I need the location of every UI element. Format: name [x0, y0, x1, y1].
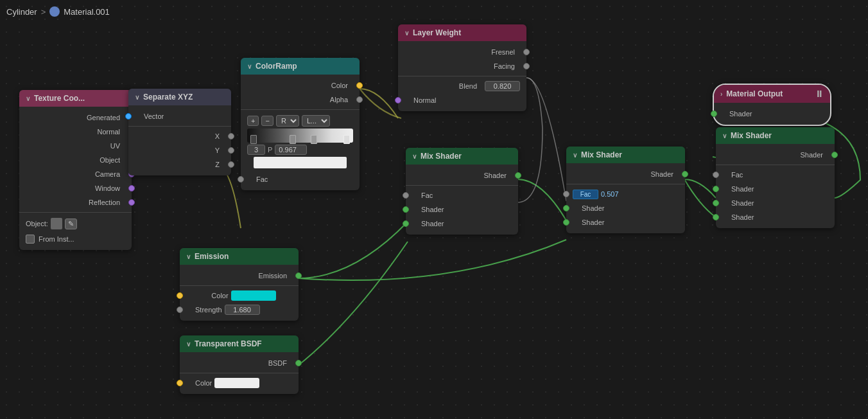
ramp-interpolation-select[interactable]: R	[276, 115, 299, 127]
ramp-color-preview[interactable]	[254, 157, 347, 168]
ms3-fac-socket[interactable]	[713, 172, 719, 178]
collapse-icon[interactable]: ∨	[404, 30, 409, 37]
emission-strength-row: Strength	[180, 303, 299, 317]
ms1-fac-label: Fac	[412, 192, 512, 199]
mixshader2-header[interactable]: ∨ Mix Shader	[566, 147, 685, 163]
bsdf-out-socket[interactable]	[295, 360, 302, 366]
breadcrumb-object[interactable]: Cylinder	[6, 7, 37, 17]
ms3-shader2-socket[interactable]	[713, 200, 719, 206]
color-swatch[interactable]	[231, 290, 276, 301]
ramp-stop-mid1[interactable]	[290, 135, 296, 144]
emission-out-socket[interactable]	[295, 272, 302, 279]
facing-socket[interactable]	[523, 63, 530, 69]
ramp-gradient-bar[interactable]	[247, 129, 353, 143]
y-socket[interactable]	[228, 147, 234, 154]
ramp-stop-right[interactable]	[343, 135, 350, 144]
texcoord-header[interactable]: ∨ Texture Coo...	[19, 90, 132, 107]
bsdf-out-label: BSDF	[186, 359, 292, 367]
colorramp-header[interactable]: ∨ ColorRamp	[241, 58, 360, 75]
mixshader3-title: Mix Shader	[731, 131, 772, 140]
from-inst-row: From Inst...	[19, 232, 132, 246]
ms2-shader2-socket[interactable]	[563, 219, 569, 226]
collapse-icon[interactable]: ∨	[186, 253, 191, 260]
color-in-socket[interactable]	[177, 292, 183, 299]
ms2-fac-field[interactable]	[573, 190, 598, 199]
emission-header[interactable]: ∨ Emission	[180, 248, 299, 265]
ms3-shader3-socket[interactable]	[713, 214, 719, 220]
ms3-fac-row: Fac	[716, 168, 835, 182]
matoutput-title-area: › Material Output	[720, 89, 783, 98]
strength-value[interactable]	[225, 305, 260, 315]
ms2-shader2-label: Shader	[573, 218, 679, 226]
pause-icon[interactable]: ⏸	[815, 89, 824, 99]
matoutput-header[interactable]: › Material Output ⏸	[714, 85, 830, 103]
ms1-fac-socket[interactable]	[403, 192, 409, 199]
from-inst-checkbox[interactable]	[26, 235, 35, 244]
ms2-fac-socket[interactable]	[563, 191, 569, 197]
strength-in-socket[interactable]	[177, 307, 183, 313]
ramp-pos-label: P	[268, 146, 272, 154]
normal-in-socket[interactable]	[395, 97, 401, 103]
collapse-icon[interactable]: ∨	[26, 95, 30, 102]
fac-in-socket[interactable]	[238, 176, 244, 183]
sepxyz-y-row: Y	[128, 143, 231, 157]
collapse-icon[interactable]: ∨	[722, 132, 727, 139]
mixshader3-header[interactable]: ∨ Mix Shader	[716, 127, 835, 144]
x-socket[interactable]	[228, 133, 234, 139]
ms3-shader1-row: Shader	[716, 182, 835, 196]
sepxyz-header[interactable]: ∨ Separate XYZ	[128, 89, 231, 105]
ramp-stop-mid2[interactable]	[311, 135, 317, 144]
ms1-shader1-socket[interactable]	[403, 206, 409, 213]
fresnel-socket[interactable]	[523, 49, 530, 55]
mixshader1-header[interactable]: ∨ Mix Shader	[406, 148, 518, 165]
ms2-shader-out-socket[interactable]	[682, 171, 688, 177]
collapse-icon[interactable]: ∨	[135, 94, 139, 101]
collapse-icon[interactable]: ∨	[247, 63, 252, 70]
collapse-icon[interactable]: ›	[720, 91, 722, 98]
color-out-socket[interactable]	[356, 82, 363, 89]
ramp-index[interactable]: 3	[247, 145, 265, 155]
x-label: X	[135, 132, 225, 140]
ms3-shader-out-socket[interactable]	[831, 152, 838, 158]
ms3-shader1-socket[interactable]	[713, 186, 719, 192]
ramp-mode-select[interactable]: L...	[302, 115, 330, 127]
bsdf-color-swatch[interactable]	[214, 378, 259, 388]
alpha-out-socket[interactable]	[356, 96, 363, 103]
divider	[398, 76, 526, 76]
ms1-shader2-label: Shader	[412, 220, 512, 227]
ramp-add-btn[interactable]: +	[247, 116, 259, 126]
z-socket[interactable]	[228, 161, 234, 168]
breadcrumb-material[interactable]: Material.001	[64, 7, 110, 17]
y-label: Y	[135, 147, 225, 154]
window-socket[interactable]	[128, 185, 135, 192]
collapse-icon[interactable]: ∨	[573, 152, 577, 159]
ramp-remove-btn[interactable]: −	[261, 116, 273, 126]
ms1-shader-out-socket[interactable]	[515, 172, 521, 179]
ms1-shader2-socket[interactable]	[403, 220, 409, 227]
collapse-icon[interactable]: ∨	[186, 341, 191, 348]
ramp-pos-row: 3 P 0.967	[247, 145, 353, 155]
texcoord-generated-row: Generated	[19, 111, 132, 125]
colorramp-title: ColorRamp	[256, 62, 297, 71]
ms3-shader1-label: Shader	[722, 185, 828, 193]
bsdf-color-in-socket[interactable]	[177, 380, 183, 386]
ramp-stop-left[interactable]	[250, 135, 257, 144]
vector-input-socket[interactable]	[125, 113, 132, 120]
layerweight-header[interactable]: ∨ Layer Weight	[398, 24, 526, 41]
bsdf-color-label: Color	[195, 379, 212, 387]
eyedropper-button[interactable]: ✎	[65, 218, 77, 229]
ms2-shader1-socket[interactable]	[563, 205, 569, 211]
object-swatch[interactable]	[51, 218, 62, 229]
bsdf-out-row: BSDF	[180, 356, 299, 370]
ms3-shader-out-row: Shader	[716, 148, 835, 162]
sepxyz-title: Separate XYZ	[143, 93, 193, 102]
emission-color-row: Color	[180, 289, 299, 303]
reflection-socket[interactable]	[128, 199, 135, 206]
collapse-icon[interactable]: ∨	[412, 153, 417, 160]
transbsdf-header[interactable]: ∨ Transparent BSDF	[180, 335, 299, 352]
blend-value[interactable]	[485, 81, 520, 91]
colorramp-node: ∨ ColorRamp Color Alpha + − R L...	[241, 58, 360, 190]
matoutput-shader-socket[interactable]	[711, 111, 717, 117]
ramp-pos-val[interactable]: 0.967	[275, 145, 307, 155]
ms2-shader1-label: Shader	[573, 204, 679, 212]
